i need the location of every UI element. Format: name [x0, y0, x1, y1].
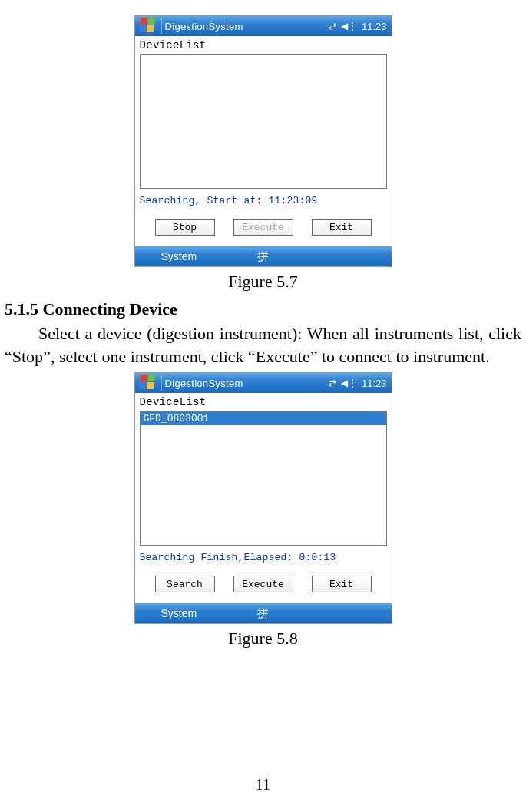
clock-time: 11:23 [362, 378, 387, 389]
search-button[interactable]: Search [155, 576, 215, 592]
bottombar-2: System 拼 [135, 603, 392, 623]
figure-caption-2: Figure 5.8 [228, 629, 297, 649]
windows-flag-icon[interactable] [138, 18, 157, 35]
figure-5-8-container: DigestionSystem ⇄ ◀⋮ 11:23 DeviceList GF… [0, 372, 526, 649]
device-listbox-empty[interactable] [140, 54, 387, 189]
system-menu[interactable]: System [161, 250, 197, 262]
status-text-2: Searching Finish,Elapsed: 0:0:13 [140, 546, 387, 565]
titlebar-2: DigestionSystem ⇄ ◀⋮ 11:23 [135, 373, 392, 393]
body-paragraph: Select a device (digestion instrument): … [0, 322, 526, 368]
devicelist-label: DeviceList [140, 396, 387, 408]
execute-button-disabled: Execute [233, 219, 293, 236]
titlebar-1: DigestionSystem ⇄ ◀⋮ 11:23 [135, 16, 392, 36]
figure-5-7-container: DigestionSystem ⇄ ◀⋮ 11:23 DeviceList Se… [0, 15, 526, 292]
exit-button[interactable]: Exit [312, 219, 372, 236]
bottombar-1: System 拼 [135, 246, 392, 266]
clock-time: 11:23 [362, 21, 387, 32]
device-list-item-selected[interactable]: GFD_0803001 [141, 412, 386, 425]
system-menu[interactable]: System [161, 607, 197, 619]
devicelist-label: DeviceList [140, 39, 387, 51]
volume-icon[interactable]: ◀⋮ [341, 378, 357, 388]
button-row-1: Stop Execute Exit [140, 208, 387, 246]
exit-button[interactable]: Exit [312, 576, 372, 592]
connectivity-icon[interactable]: ⇄ [329, 21, 336, 31]
app-title: DigestionSystem [165, 378, 243, 389]
device-listbox[interactable]: GFD_0803001 [140, 411, 387, 546]
status-text-1: Searching, Start at: 11:23:09 [140, 189, 387, 208]
content-area-2: DeviceList GFD_0803001 Searching Finish,… [135, 393, 392, 603]
phone-screen-1: DigestionSystem ⇄ ◀⋮ 11:23 DeviceList Se… [134, 15, 392, 267]
volume-icon[interactable]: ◀⋮ [341, 21, 357, 31]
connectivity-icon[interactable]: ⇄ [329, 378, 336, 388]
page-number: 11 [0, 776, 526, 794]
app-title: DigestionSystem [165, 21, 243, 32]
button-row-2: Search Execute Exit [140, 565, 387, 603]
windows-flag-icon[interactable] [138, 375, 157, 391]
stop-button[interactable]: Stop [155, 219, 215, 236]
section-heading: 5.1.5 Connecting Device [5, 299, 526, 319]
content-area-1: DeviceList Searching, Start at: 11:23:09… [135, 36, 392, 246]
phone-screen-2: DigestionSystem ⇄ ◀⋮ 11:23 DeviceList GF… [134, 372, 392, 624]
figure-caption-1: Figure 5.7 [228, 272, 297, 292]
execute-button[interactable]: Execute [233, 576, 293, 592]
